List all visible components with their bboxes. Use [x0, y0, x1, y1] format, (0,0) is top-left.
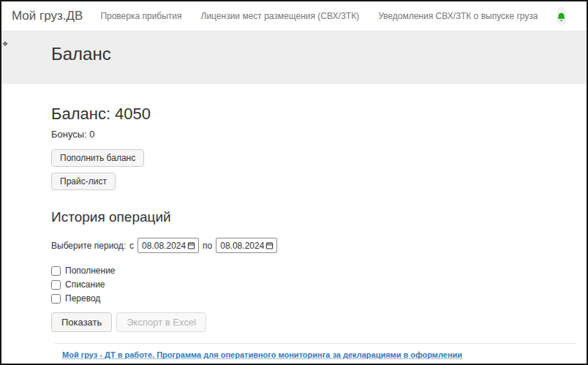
history-section-title: История операций — [51, 209, 587, 225]
export-excel-button: Экспорт в Excel — [116, 312, 206, 332]
bell-icon — [557, 12, 566, 21]
date-to-input[interactable] — [216, 238, 277, 253]
calendar-icon — [187, 241, 195, 249]
filter-transfer[interactable]: Перевод — [51, 293, 587, 304]
writeoff-checkbox[interactable] — [51, 280, 61, 290]
topup-balance-button[interactable]: Пополнить баланс — [51, 149, 144, 167]
to-label: по — [203, 241, 212, 251]
top-navbar: Мой груз.ДВ Проверка прибытия Лицензии м… — [1, 1, 587, 31]
date-from-value[interactable] — [142, 241, 187, 251]
edge-handle-icon[interactable]: ❖ — [2, 41, 8, 48]
calendar-icon — [265, 241, 274, 249]
transfer-checkbox[interactable] — [51, 294, 61, 304]
date-to-value[interactable] — [220, 241, 265, 251]
show-button[interactable]: Показать — [51, 312, 112, 332]
filter-topup[interactable]: Пополнение — [51, 266, 587, 276]
topup-checkbox-label: Пополнение — [65, 266, 116, 276]
history-actions: Показать Экспорт в Excel — [51, 312, 587, 332]
page-title: Баланс — [51, 44, 587, 64]
topup-checkbox[interactable] — [51, 266, 61, 276]
transfer-checkbox-label: Перевод — [65, 293, 100, 304]
filter-writeoff[interactable]: Списание — [51, 279, 587, 290]
notifications-bell-button[interactable] — [557, 7, 566, 25]
nav-item-arrival-check[interactable]: Проверка прибытия — [100, 11, 181, 21]
bonus-amount: Бонусы: 0 — [51, 129, 587, 140]
app-window: { "navbar": { "brand": "Мой груз.ДВ", "i… — [0, 0, 588, 365]
main-content: Баланс: 4050 Бонусы: 0 Пополнить баланс … — [1, 105, 587, 332]
period-label: Выберите период: — [51, 241, 126, 251]
nav-item-notifications[interactable]: Уведомления СВХ/ЗТК о выпуске груза — [378, 11, 538, 21]
period-filter-row: Выберите период: с по — [51, 238, 587, 253]
date-from-input[interactable] — [137, 238, 199, 253]
brand-link[interactable]: Мой груз.ДВ — [12, 9, 83, 23]
from-label: с — [129, 241, 134, 251]
writeoff-checkbox-label: Списание — [65, 279, 105, 290]
page-header: Баланс — [1, 31, 587, 84]
promo-link[interactable]: Мой груз - ДТ в работе. Программа для оп… — [62, 350, 462, 359]
nav-item-licenses[interactable]: Лицензии мест размещения (СВХ/ЗТК) — [201, 11, 360, 21]
pricelist-button[interactable]: Прайс-лист — [51, 173, 116, 190]
footer: Мой груз - ДТ в работе. Программа для оп… — [55, 343, 576, 365]
operation-type-filters: Пополнение Списание Перевод — [51, 266, 587, 304]
balance-amount: Баланс: 4050 — [51, 105, 587, 124]
